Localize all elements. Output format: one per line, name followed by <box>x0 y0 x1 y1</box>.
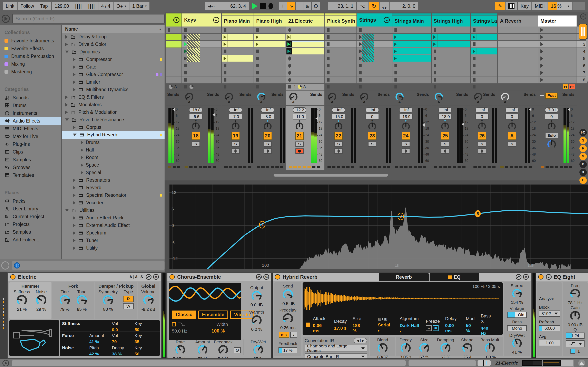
pan-dial[interactable] <box>477 122 486 131</box>
tree-item-drums[interactable]: Drums <box>62 139 164 146</box>
mixer-toggle-button[interactable] <box>579 24 587 40</box>
solo-button[interactable]: S <box>334 142 343 147</box>
cell-key[interactable]: Key35 <box>135 333 157 344</box>
electric-volume[interactable]: Volume-8.2 dB <box>141 289 156 312</box>
sidebar-item-midi-effects[interactable]: MIDI Effects <box>0 125 61 133</box>
clip-slot-strings-5[interactable] <box>357 55 392 62</box>
clip-slot-a-reverb-4[interactable] <box>498 48 538 55</box>
pan-knob[interactable]: ▾ <box>508 120 517 131</box>
tree-column-header[interactable]: Name ▲ <box>62 25 164 33</box>
hybrid-bass-mult-dial[interactable] <box>484 342 495 355</box>
clip-slot-group-cut-1[interactable] <box>166 26 182 34</box>
clip-slot-electric21-4[interactable] <box>286 48 324 55</box>
bass-mono-toggle[interactable]: Mono <box>507 325 527 331</box>
sidebar-item-drums[interactable]: Drums <box>0 101 61 109</box>
clip-launch-button[interactable] <box>254 34 260 40</box>
clip-slot-electric21-5[interactable] <box>286 55 324 62</box>
clip-launch-button[interactable] <box>393 48 398 54</box>
clip-slot-a-reverb-2[interactable] <box>498 34 538 41</box>
hybrid-send-value[interactable]: -0.5 dB <box>281 301 295 306</box>
peak-level-field[interactable]: -Inf <box>399 107 413 113</box>
tree-expand-arrow[interactable] <box>81 163 83 167</box>
hybrid-shape[interactable]: Shape25.4 <box>461 337 474 356</box>
clip-slot-strings-layer-7[interactable] <box>471 69 497 76</box>
hybrid-send-dial[interactable] <box>282 289 294 301</box>
crossfade-segment[interactable] <box>332 166 336 168</box>
stop-button[interactable] <box>260 3 266 9</box>
clip-launch-button[interactable] <box>222 41 228 47</box>
track-header-strings-main[interactable]: Strings Main <box>392 13 431 26</box>
algorithm-menu[interactable]: AlgorithmDark Hall ▾ <box>400 316 421 334</box>
chorus-feedback-dial[interactable] <box>218 344 229 356</box>
crossfade-segment[interactable] <box>289 166 292 168</box>
vintage-toggle[interactable]: Old <box>507 312 527 318</box>
crossfade-segment[interactable] <box>342 166 345 168</box>
clip-overview-pane[interactable] <box>477 360 491 366</box>
ir-category-menu[interactable]: Chambers and Large Rooms <box>305 345 367 352</box>
clip-slot-strings-high-1[interactable] <box>432 26 470 34</box>
band-q-field[interactable]: 1.24 <box>566 333 585 339</box>
tree-item-utilities[interactable]: Utilities <box>62 207 164 214</box>
loop-length-field[interactable]: 2. 0. 0 <box>389 2 418 10</box>
time-signature-field[interactable]: 4 / 4 <box>98 2 113 10</box>
tree-expand-arrow[interactable] <box>73 193 76 197</box>
crossfade-segment[interactable] <box>373 166 377 168</box>
chorus-output[interactable]: Output0.0 dB <box>243 285 270 307</box>
clip-slot-strings-6[interactable] <box>357 62 392 69</box>
record-button[interactable] <box>268 3 273 9</box>
clip-piano-main-2[interactable] <box>222 34 253 40</box>
hybrid-shape-dial[interactable] <box>462 342 473 355</box>
clip-launch-button[interactable] <box>286 34 292 40</box>
clip-strings-layer-4[interactable] <box>471 48 497 54</box>
peak-level-field[interactable]: -12.2 <box>293 107 306 113</box>
track-header-electric21[interactable]: 21 Electric <box>286 13 324 26</box>
clip-launch-button[interactable] <box>393 34 398 40</box>
hybrid-bass-mult-value[interactable]: 100 % <box>484 355 496 358</box>
clip-strings-main-5[interactable] <box>393 55 431 62</box>
tree-item-spectral-resonator[interactable]: Spectral Resonator <box>62 192 164 199</box>
pan-knob[interactable]: ▾ <box>547 120 556 131</box>
crossfade-segment[interactable] <box>224 166 228 168</box>
clip-slot-strings-layer-3[interactable] <box>471 41 497 48</box>
tree-expand-arrow[interactable] <box>65 95 68 99</box>
pan-dial[interactable] <box>508 122 517 131</box>
clip-slot-a-reverb-6[interactable] <box>498 62 538 69</box>
clip-slot-electric21-6[interactable] <box>286 62 324 69</box>
preview-button[interactable] <box>2 15 10 23</box>
nudge-up-button[interactable]: |||| <box>85 2 98 10</box>
hybrid-shape-value[interactable]: 25.4 <box>463 355 471 358</box>
clip-slot-keys-6[interactable] <box>182 62 221 69</box>
send-a-knob[interactable]: A <box>395 92 404 104</box>
hybrid-damping[interactable]: Damping62 % <box>437 337 454 356</box>
session-record-selection-button[interactable]: ⊞ <box>304 2 311 10</box>
pan-dial[interactable] <box>295 122 304 131</box>
pan-knob[interactable]: ▾ <box>334 120 343 131</box>
tree-item-hybrid-reverb[interactable]: Hybrid Reverb <box>62 131 164 139</box>
param-value[interactable]: 188 % <box>353 323 364 334</box>
tree-expand-arrow[interactable] <box>73 216 76 220</box>
crossfade-segment[interactable] <box>293 166 297 168</box>
crossfade-segment[interactable] <box>414 166 417 168</box>
electric-noise-dial[interactable] <box>35 294 47 307</box>
cell-value[interactable]: 79 <box>112 339 135 344</box>
track-activator[interactable]: 21 <box>295 132 304 140</box>
clip-slot-strings-high-3[interactable] <box>432 41 470 48</box>
crossfade-segment[interactable] <box>312 166 315 168</box>
electric-volume-value[interactable]: -8.2 dB <box>141 307 155 312</box>
post-toggle[interactable]: Post <box>545 92 558 99</box>
tree-item-multiband-dynamics[interactable]: Multiband Dynamics <box>62 86 164 93</box>
electric-noise[interactable]: Noise29 % <box>35 289 47 312</box>
sidebar-item-clips[interactable]: Clips <box>0 148 61 156</box>
hybrid-size-value[interactable]: 67 % <box>419 355 429 358</box>
crossfade-segment[interactable] <box>303 166 306 168</box>
crossfade-segment[interactable] <box>564 166 568 168</box>
scene-slot-6[interactable]: 6 <box>577 62 587 69</box>
scene-slot-3[interactable]: 3 <box>577 41 587 48</box>
crossfade-segment[interactable] <box>208 166 211 168</box>
tree-item-corpus[interactable]: Corpus <box>62 124 164 131</box>
electric-tone-dial[interactable] <box>76 294 88 307</box>
crossfade-segment[interactable] <box>189 166 192 168</box>
crossfade-segment[interactable] <box>483 166 486 168</box>
chorus-rate[interactable]: Rate0.90 Hz <box>173 340 188 358</box>
hybrid-size[interactable]: Size67 % <box>419 337 430 356</box>
